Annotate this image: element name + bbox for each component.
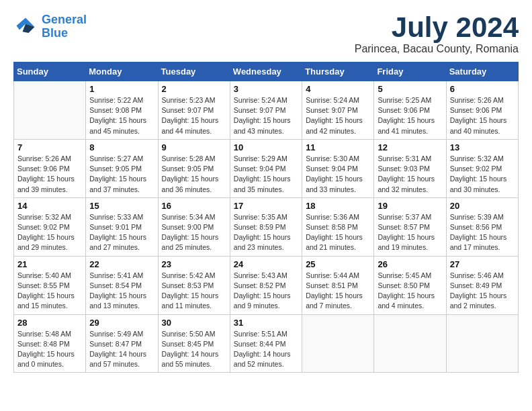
- day-number: 6: [450, 84, 515, 94]
- weekday-header-monday: Monday: [86, 62, 158, 81]
- day-number: 1: [89, 84, 154, 94]
- calendar-cell: 11Sunrise: 5:30 AMSunset: 9:04 PMDayligh…: [302, 139, 374, 197]
- calendar-cell: 2Sunrise: 5:23 AMSunset: 9:07 PMDaylight…: [158, 81, 230, 140]
- calendar-cell: [446, 314, 518, 373]
- calendar-cell: 18Sunrise: 5:36 AMSunset: 8:58 PMDayligh…: [302, 197, 374, 256]
- calendar-cell: 6Sunrise: 5:26 AMSunset: 9:06 PMDaylight…: [446, 81, 518, 140]
- weekday-header-wednesday: Wednesday: [230, 62, 302, 81]
- day-number: 15: [89, 201, 154, 211]
- day-number: 13: [450, 142, 515, 152]
- calendar-cell: 27Sunrise: 5:46 AMSunset: 8:49 PMDayligh…: [446, 256, 518, 314]
- day-number: 25: [306, 259, 370, 269]
- day-info: Sunrise: 5:40 AMSunset: 8:55 PMDaylight:…: [17, 271, 82, 312]
- day-number: 18: [306, 201, 370, 211]
- calendar-cell: 17Sunrise: 5:35 AMSunset: 8:59 PMDayligh…: [230, 197, 302, 256]
- day-number: 26: [378, 259, 442, 269]
- title-block: July 2024 Parincea, Bacau County, Romani…: [355, 13, 519, 55]
- calendar-cell: 24Sunrise: 5:43 AMSunset: 8:52 PMDayligh…: [230, 256, 302, 314]
- logo-icon: [13, 15, 38, 39]
- day-info: Sunrise: 5:31 AMSunset: 9:03 PMDaylight:…: [378, 154, 442, 195]
- day-info: Sunrise: 5:27 AMSunset: 9:05 PMDaylight:…: [89, 154, 154, 195]
- day-number: 17: [234, 201, 298, 211]
- day-info: Sunrise: 5:25 AMSunset: 9:06 PMDaylight:…: [378, 95, 442, 136]
- calendar-cell: 19Sunrise: 5:37 AMSunset: 8:57 PMDayligh…: [374, 197, 446, 256]
- location-subtitle: Parincea, Bacau County, Romania: [355, 43, 519, 55]
- day-info: Sunrise: 5:22 AMSunset: 9:08 PMDaylight:…: [89, 95, 154, 136]
- logo-line1: General: [42, 13, 87, 26]
- page-header: General Blue July 2024 Parincea, Bacau C…: [13, 13, 519, 55]
- day-number: 23: [162, 259, 226, 269]
- day-info: Sunrise: 5:49 AMSunset: 8:47 PMDaylight:…: [89, 329, 154, 370]
- calendar-cell: 13Sunrise: 5:32 AMSunset: 9:02 PMDayligh…: [446, 139, 518, 197]
- weekday-header-friday: Friday: [374, 62, 446, 81]
- day-number: 11: [306, 142, 370, 152]
- calendar-cell: 25Sunrise: 5:44 AMSunset: 8:51 PMDayligh…: [302, 256, 374, 314]
- weekday-header-tuesday: Tuesday: [158, 62, 230, 81]
- calendar-cell: 23Sunrise: 5:42 AMSunset: 8:53 PMDayligh…: [158, 256, 230, 314]
- day-number: 28: [17, 318, 82, 328]
- month-title: July 2024: [355, 13, 519, 42]
- day-info: Sunrise: 5:24 AMSunset: 9:07 PMDaylight:…: [234, 95, 298, 136]
- weekday-header-row: SundayMondayTuesdayWednesdayThursdayFrid…: [14, 62, 519, 81]
- day-number: 5: [378, 84, 442, 94]
- calendar-cell: 4Sunrise: 5:24 AMSunset: 9:07 PMDaylight…: [302, 81, 374, 140]
- day-info: Sunrise: 5:37 AMSunset: 8:57 PMDaylight:…: [378, 212, 442, 253]
- day-info: Sunrise: 5:33 AMSunset: 9:01 PMDaylight:…: [89, 212, 154, 253]
- day-info: Sunrise: 5:32 AMSunset: 9:02 PMDaylight:…: [450, 154, 515, 195]
- day-number: 19: [378, 201, 442, 211]
- day-number: 2: [162, 84, 226, 94]
- calendar-cell: 21Sunrise: 5:40 AMSunset: 8:55 PMDayligh…: [14, 256, 86, 314]
- calendar-cell: [374, 314, 446, 373]
- day-info: Sunrise: 5:26 AMSunset: 9:06 PMDaylight:…: [17, 154, 82, 195]
- calendar-cell: 26Sunrise: 5:45 AMSunset: 8:50 PMDayligh…: [374, 256, 446, 314]
- day-number: 21: [17, 259, 82, 269]
- logo-line2: Blue: [42, 26, 68, 40]
- day-info: Sunrise: 5:46 AMSunset: 8:49 PMDaylight:…: [450, 271, 515, 312]
- calendar-cell: 8Sunrise: 5:27 AMSunset: 9:05 PMDaylight…: [86, 139, 158, 197]
- day-info: Sunrise: 5:35 AMSunset: 8:59 PMDaylight:…: [234, 212, 298, 253]
- calendar-week-4: 21Sunrise: 5:40 AMSunset: 8:55 PMDayligh…: [14, 256, 519, 314]
- day-number: 7: [17, 142, 82, 152]
- calendar-cell: [14, 81, 86, 140]
- day-info: Sunrise: 5:34 AMSunset: 9:00 PMDaylight:…: [162, 212, 226, 253]
- calendar-cell: 30Sunrise: 5:50 AMSunset: 8:45 PMDayligh…: [158, 314, 230, 373]
- day-info: Sunrise: 5:43 AMSunset: 8:52 PMDaylight:…: [234, 271, 298, 312]
- calendar-cell: 29Sunrise: 5:49 AMSunset: 8:47 PMDayligh…: [86, 314, 158, 373]
- calendar-cell: 14Sunrise: 5:32 AMSunset: 9:02 PMDayligh…: [14, 197, 86, 256]
- day-info: Sunrise: 5:45 AMSunset: 8:50 PMDaylight:…: [378, 271, 442, 312]
- calendar-week-3: 14Sunrise: 5:32 AMSunset: 9:02 PMDayligh…: [14, 197, 519, 256]
- day-number: 12: [378, 142, 442, 152]
- day-number: 3: [234, 84, 298, 94]
- day-info: Sunrise: 5:50 AMSunset: 8:45 PMDaylight:…: [162, 329, 226, 370]
- day-info: Sunrise: 5:28 AMSunset: 9:05 PMDaylight:…: [162, 154, 226, 195]
- logo-text: General Blue: [42, 13, 87, 40]
- calendar-cell: 20Sunrise: 5:39 AMSunset: 8:56 PMDayligh…: [446, 197, 518, 256]
- calendar-cell: 3Sunrise: 5:24 AMSunset: 9:07 PMDaylight…: [230, 81, 302, 140]
- day-info: Sunrise: 5:26 AMSunset: 9:06 PMDaylight:…: [450, 95, 515, 136]
- calendar-week-2: 7Sunrise: 5:26 AMSunset: 9:06 PMDaylight…: [14, 139, 519, 197]
- calendar-table: SundayMondayTuesdayWednesdayThursdayFrid…: [13, 62, 519, 373]
- day-number: 30: [162, 318, 226, 328]
- day-info: Sunrise: 5:23 AMSunset: 9:07 PMDaylight:…: [162, 95, 226, 136]
- calendar-cell: 31Sunrise: 5:51 AMSunset: 8:44 PMDayligh…: [230, 314, 302, 373]
- calendar-cell: 15Sunrise: 5:33 AMSunset: 9:01 PMDayligh…: [86, 197, 158, 256]
- day-number: 4: [306, 84, 370, 94]
- calendar-cell: 5Sunrise: 5:25 AMSunset: 9:06 PMDaylight…: [374, 81, 446, 140]
- day-number: 24: [234, 259, 298, 269]
- day-info: Sunrise: 5:30 AMSunset: 9:04 PMDaylight:…: [306, 154, 370, 195]
- calendar-cell: [302, 314, 374, 373]
- day-info: Sunrise: 5:51 AMSunset: 8:44 PMDaylight:…: [234, 329, 298, 370]
- day-number: 8: [89, 142, 154, 152]
- day-info: Sunrise: 5:32 AMSunset: 9:02 PMDaylight:…: [17, 212, 82, 253]
- day-number: 27: [450, 259, 515, 269]
- calendar-cell: 22Sunrise: 5:41 AMSunset: 8:54 PMDayligh…: [86, 256, 158, 314]
- day-number: 14: [17, 201, 82, 211]
- day-info: Sunrise: 5:48 AMSunset: 8:48 PMDaylight:…: [17, 329, 82, 370]
- day-number: 29: [89, 318, 154, 328]
- day-info: Sunrise: 5:39 AMSunset: 8:56 PMDaylight:…: [450, 212, 515, 253]
- day-info: Sunrise: 5:42 AMSunset: 8:53 PMDaylight:…: [162, 271, 226, 312]
- day-number: 22: [89, 259, 154, 269]
- calendar-cell: 1Sunrise: 5:22 AMSunset: 9:08 PMDaylight…: [86, 81, 158, 140]
- weekday-header-saturday: Saturday: [446, 62, 518, 81]
- calendar-cell: 7Sunrise: 5:26 AMSunset: 9:06 PMDaylight…: [14, 139, 86, 197]
